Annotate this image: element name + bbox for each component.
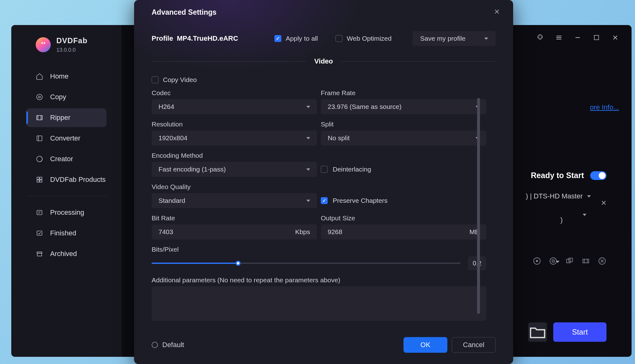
sidebar-item-processing[interactable]: Processing: [26, 203, 107, 222]
quality-value: Standard: [159, 197, 185, 204]
frame-rate-dropdown[interactable]: 23.976 (Same as source): [321, 99, 486, 114]
resolution-dropdown[interactable]: 1920x804: [152, 131, 317, 146]
item-action-icons: [533, 257, 606, 265]
default-radio[interactable]: [152, 342, 158, 348]
advanced-settings-modal: Advanced Settings ✕ Profile MP4.TrueHD.e…: [134, 0, 513, 364]
svg-rect-12: [37, 253, 42, 256]
web-optimized-label: Web Optimized: [347, 35, 392, 42]
output-size-label: Output Size: [321, 214, 486, 222]
sidebar-item-products[interactable]: DVDFab Products: [26, 170, 107, 189]
svg-rect-17: [567, 259, 570, 263]
sidebar-item-archived[interactable]: Archived: [26, 244, 107, 263]
svg-rect-18: [569, 258, 573, 262]
video-section-title: Video: [314, 57, 333, 65]
frame-rate-value: 23.976 (Same as source): [328, 103, 402, 110]
action-icon-3[interactable]: [565, 257, 574, 265]
web-optimized-checkbox[interactable]: Web Optimized: [336, 35, 392, 42]
titlebar-controls: [536, 34, 619, 41]
chevron-down-icon: [484, 38, 488, 40]
copy-video-label: Copy Video: [163, 76, 197, 84]
sidebar-item-label: Creator: [50, 155, 73, 163]
svg-rect-6: [40, 177, 42, 179]
hint-more-info-link[interactable]: More info...: [406, 326, 439, 328]
cancel-button[interactable]: Cancel: [452, 337, 496, 353]
ready-toggle[interactable]: [590, 171, 606, 180]
addl-params-textarea[interactable]: [152, 286, 486, 321]
checkbox-icon: [321, 197, 328, 204]
slider-thumb[interactable]: [236, 261, 241, 266]
split-dropdown[interactable]: No split: [321, 131, 486, 146]
default-label: Default: [162, 341, 184, 349]
output-size-field[interactable]: [328, 228, 470, 236]
sidebar-item-home[interactable]: Home: [26, 67, 107, 86]
nav-secondary: Processing Finished Archived: [11, 203, 122, 263]
chevron-down-icon[interactable]: [587, 195, 591, 197]
app-name: DVDFab: [56, 36, 87, 45]
sidebar-item-ripper[interactable]: Ripper: [26, 108, 107, 127]
svg-rect-8: [40, 180, 42, 182]
nav-primary: Home Copy Ripper Converter Creator DVDFa…: [11, 67, 122, 189]
resolution-label: Resolution: [152, 120, 317, 128]
more-info-link[interactable]: ore Info...: [590, 103, 619, 111]
action-icon-2[interactable]: [549, 257, 558, 265]
addl-params-label: Additional parameters (No need to repeat…: [152, 276, 486, 284]
svg-point-15: [536, 260, 538, 262]
svg-point-16: [550, 258, 557, 264]
profile-name: MP4.TrueHD.eARC: [177, 34, 238, 43]
bit-rate-input[interactable]: Kbps: [152, 224, 317, 239]
creator-icon: [36, 155, 43, 163]
svg-point-0: [37, 94, 42, 100]
archived-icon: [36, 250, 43, 258]
sidebar-item-creator[interactable]: Creator: [26, 150, 107, 168]
modal-close-icon[interactable]: ✕: [493, 8, 501, 16]
output-size-input[interactable]: MB: [321, 224, 486, 239]
codec-dropdown[interactable]: H264: [152, 99, 317, 114]
deinterlacing-label: Deinterlacing: [333, 166, 371, 173]
svg-point-1: [39, 96, 40, 98]
bit-rate-field[interactable]: [159, 228, 295, 236]
scrollbar[interactable]: [477, 98, 480, 314]
encoding-dropdown[interactable]: Fast encoding (1-pass): [152, 162, 317, 177]
copy-video-checkbox[interactable]: Copy Video: [152, 76, 486, 84]
converter-icon: [36, 135, 43, 142]
ok-button[interactable]: OK: [403, 337, 447, 353]
chevron-down-icon[interactable]: [583, 214, 586, 221]
start-button[interactable]: Start: [553, 322, 606, 342]
checkbox-icon: [274, 35, 281, 42]
chevron-down-icon: [306, 137, 310, 139]
preserve-chapters-label: Preserve Chapters: [333, 197, 388, 204]
slider-fill: [152, 263, 238, 264]
resolution-value: 1920x804: [159, 134, 187, 142]
bits-pixel-label: Bits/Pixel: [152, 246, 486, 253]
close-window-icon[interactable]: [612, 34, 619, 41]
sidebar-item-converter[interactable]: Converter: [26, 129, 107, 148]
preserve-chapters-checkbox[interactable]: Preserve Chapters: [321, 193, 388, 208]
maximize-icon[interactable]: [593, 34, 600, 41]
action-icon-4[interactable]: [581, 257, 590, 265]
bits-pixel-slider[interactable]: [152, 263, 461, 264]
plugin-icon[interactable]: [536, 34, 544, 41]
apply-to-all-checkbox[interactable]: Apply to all: [274, 35, 318, 42]
apply-to-all-label: Apply to all: [286, 35, 318, 42]
svg-rect-9: [37, 210, 42, 215]
quality-dropdown[interactable]: Standard: [152, 193, 317, 208]
profile-label: Profile: [152, 34, 173, 43]
save-profile-dropdown[interactable]: Save my profile: [413, 31, 496, 46]
split-label: Split: [321, 120, 486, 128]
sidebar-item-copy[interactable]: Copy: [26, 88, 107, 106]
sidebar-item-label: Ripper: [50, 114, 70, 122]
modal-title: Advanced Settings: [152, 8, 496, 17]
sidebar-item-finished[interactable]: Finished: [26, 224, 107, 243]
action-icon-5[interactable]: [598, 257, 606, 265]
remove-item-icon[interactable]: ✕: [601, 199, 606, 207]
minimize-icon[interactable]: [574, 34, 581, 41]
sidebar-item-label: Processing: [50, 208, 84, 217]
chevron-down-icon: [306, 200, 310, 202]
menu-icon[interactable]: [555, 34, 563, 41]
action-icon-1[interactable]: [533, 257, 541, 265]
output-folder-button[interactable]: [528, 322, 547, 342]
svg-rect-3: [37, 136, 42, 141]
frame-rate-label: Frame Rate: [321, 89, 486, 97]
checkbox-icon: [152, 76, 159, 83]
deinterlacing-checkbox[interactable]: Deinterlacing: [321, 162, 371, 177]
